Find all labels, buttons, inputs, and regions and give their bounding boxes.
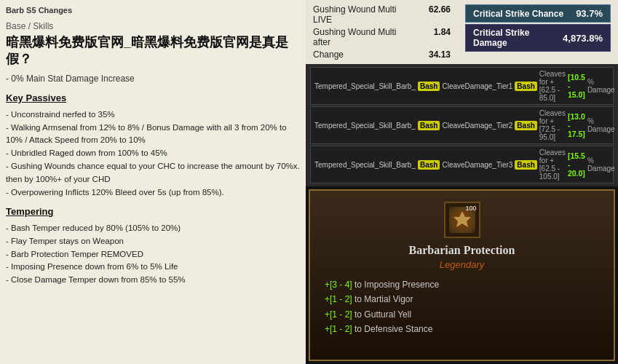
temper-row-1: Tempered_Special_Skill_Barb_ Bash Cleave… [310,67,614,105]
stat-row-live: Gushing Wound Multi LIVE 62.66 [313,4,451,25]
temper-row-3: Tempered_Special_Skill_Barb_ Bash Cleave… [310,146,614,183]
item-stat-label-4: to Defensive Stance [354,324,432,334]
temper-suffix-1: % Damage [587,78,615,94]
stat-group: Gushing Wound Multi LIVE 62.66 Gushing W… [313,4,451,60]
change-label: Change [313,50,344,60]
item-stat-label-1: to Imposing Presence [354,280,439,290]
header-title: Barb S5 Changes [6,4,72,17]
item-stats: +[3 - 4] to Imposing Presence +[1 - 2] t… [325,277,599,337]
temper-badge-3b: Bash [515,160,536,170]
gushing-live-value: 62.66 [429,4,451,25]
temper-area: Tempered_Special_Skill_Barb_ Bash Cleave… [306,64,618,186]
passives-list: - Unconstraind nerfed to 35% - Walking A… [6,108,300,199]
crit-chance-label: Critical Strike Chance [473,9,563,19]
item-stat-label-2: to Martial Vigor [354,294,413,304]
item-stat-value-2: +[1 - 2] [325,294,352,304]
crit-boxes: Critical Strike Chance 93.7% Critical St… [465,4,611,60]
temper-badge-3a: Bash [418,160,440,170]
tempering-list: - Bash Temper reduced by 80% (105% to 20… [6,222,300,287]
item-count: 100 [465,205,476,212]
temper-badge-1a: Bash [418,82,440,91]
stats-area: Gushing Wound Multi LIVE 62.66 Gushing W… [306,0,618,64]
key-passives-header: Key Passives [6,91,300,106]
crit-chance-box: Critical Strike Chance 93.7% [465,4,611,23]
gushing-live-label: Gushing Wound Multi LIVE [313,4,407,25]
item-stat-label-3: to Guttural Yell [354,309,411,320]
item-name: Barbarian Protection [409,244,515,257]
main-stat: - 0% Main Stat Damage Increase [6,72,300,85]
gushing-after-label: Gushing Wound Multi after [313,27,412,47]
temper-skill-1: CleaveDamage_Tier1 [442,82,512,90]
temper-row-2: Tempered_Special_Skill_Barb_ Bash Cleave… [310,106,614,144]
passive-1: - Unconstraind nerfed to 35% [6,108,300,122]
item-stat-3: +[1 - 2] to Guttural Yell [325,307,599,322]
item-stat-value-1: +[3 - 4] [325,280,352,290]
right-panel: Gushing Wound Multi LIVE 62.66 Gushing W… [306,0,618,364]
passive-2: - Walking Armsenal from 12% to 8% / Bonu… [6,122,300,148]
temper-item-2: - Flay Temper stays on Weapon [6,235,300,248]
passive-4: - Gushing Wounds chance equal to your CH… [6,160,300,186]
temper-item-5: - Close Damage Temper down from 85% to 5… [6,274,300,287]
item-tooltip: 100 Barbarian Protection Legendary +[3 -… [309,189,615,361]
item-stat-2: +[1 - 2] to Martial Vigor [325,292,599,306]
gushing-after-value: 1.84 [434,27,451,47]
item-stat-value-4: +[1 - 2] [325,324,352,334]
temper-highlight-1: [10.5 - 15.0] [568,73,585,99]
temper-suffix-2: % Damage [587,117,615,133]
passive-5: - Overpowering Inflicts 120% Bleed over … [6,186,300,199]
chinese-title: 暗黑爆料免费版官网_暗黑爆料免费版官网是真是假？ [6,34,300,68]
temper-highlight-2: [13.0 - 17.5] [568,112,585,138]
main-container: Barb S5 Changes Base / Skills 暗黑爆料免费版官网_… [0,0,618,364]
crit-damage-label: Critical Strike Damage [473,28,563,48]
passive-3: - Unbridled Raged down from 100% to 45% [6,147,300,160]
temper-highlight-3: [15.5 - 20.0] [568,151,585,178]
temper-name-1: Tempered_Special_Skill_Barb_ [314,82,416,90]
temper-item-3: - Barb Protection Temper REMOVED [6,248,300,261]
stat-row-after: Gushing Wound Multi after 1.84 [313,27,451,47]
temper-suffix-3: % Damage [587,157,615,173]
item-quality: Legendary [440,259,484,270]
item-stat-4: +[1 - 2] to Defensive Stance [325,322,599,336]
temper-item-4: - Imposing Presence down from 6% to 5% L… [6,261,300,274]
temper-desc-3: Cleaves for +[62.5 - 105.0] [539,149,566,181]
crit-chance-value: 93.7% [576,8,603,19]
item-icon-container: 100 [444,202,480,238]
temper-desc-2: Cleaves for +[72.5 - 95.0] [539,109,566,141]
base-section-label: Base / Skills [6,20,300,33]
temper-item-1: - Bash Temper reduced by 80% (105% to 20… [6,222,300,235]
temper-badge-2b: Bash [515,121,536,130]
temper-name-3: Tempered_Special_Skill_Barb_ [314,161,416,169]
item-stat-value-3: +[1 - 2] [325,309,352,320]
temper-name-2: Tempered_Special_Skill_Barb_ [314,122,416,130]
change-value: 34.13 [429,50,451,60]
crit-damage-value: 4,873.8% [563,33,603,44]
crit-damage-box: Critical Strike Damage 4,873.8% [465,24,611,52]
temper-skill-2: CleaveDamage_Tier2 [442,122,512,130]
header-bar: Barb S5 Changes [6,4,300,17]
temper-skill-3: CleaveDamage_Tier3 [442,161,512,169]
left-panel: Barb S5 Changes Base / Skills 暗黑爆料免费版官网_… [0,0,306,364]
temper-desc-1: Cleaves for +[62.5 - 85.0] [539,70,566,102]
temper-badge-2a: Bash [418,121,440,130]
item-stat-1: +[3 - 4] to Imposing Presence [325,277,599,292]
tempering-header: Tempering [6,205,300,219]
stat-row-change: Change 34.13 [313,50,451,60]
temper-badge-1b: Bash [515,82,536,91]
